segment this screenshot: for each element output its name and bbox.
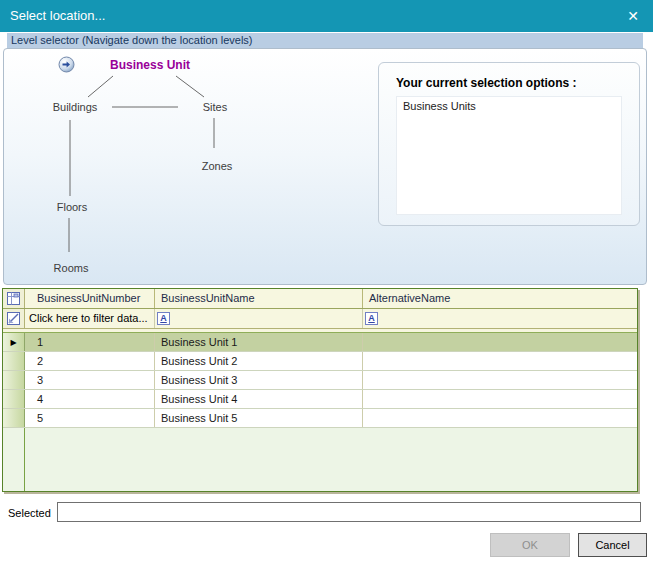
current-selection-title: Your current selection options :: [396, 76, 576, 90]
grid-row-2[interactable]: 2 Business Unit 2: [3, 352, 637, 371]
diagram-node-business-unit[interactable]: Business Unit: [103, 58, 197, 72]
cell-number: 3: [25, 371, 155, 389]
diagram-node-floors[interactable]: Floors: [47, 201, 97, 213]
filter-edit-icon: [7, 312, 20, 325]
selection-options-listbox[interactable]: Business Units: [396, 96, 622, 215]
cancel-button[interactable]: Cancel: [578, 533, 647, 557]
grid-row-5[interactable]: 5 Business Unit 5: [3, 409, 637, 428]
filter-cell-alternativename[interactable]: A: [363, 309, 637, 328]
column-header-businessunitname[interactable]: BusinessUnitName: [155, 289, 363, 308]
indicator-column-strip: [3, 428, 25, 491]
close-icon[interactable]: ✕: [624, 7, 642, 25]
grid-header-row: BusinessUnitNumber BusinessUnitName Alte…: [3, 289, 637, 309]
filter-prompt-cell[interactable]: Click here to filter data...: [25, 309, 155, 328]
cell-alternative: [363, 352, 637, 370]
cell-number: 4: [25, 390, 155, 408]
dialog-title: Select location...: [10, 8, 105, 23]
diagram-node-rooms[interactable]: Rooms: [46, 262, 96, 274]
cell-alternative: [363, 409, 637, 427]
selection-option-item[interactable]: Business Units: [397, 97, 621, 115]
cell-alternative: [363, 333, 637, 351]
dialog-titlebar: Select location... ✕: [0, 0, 653, 32]
cell-alternative: [363, 371, 637, 389]
cell-number: 2: [25, 352, 155, 370]
filter-row-indicator-cell[interactable]: [3, 309, 25, 328]
row-indicator-cell: ▶: [3, 333, 25, 351]
grid-filter-row: Click here to filter data... A A: [3, 309, 637, 329]
grid-empty-area: [3, 428, 637, 491]
diagram-node-sites[interactable]: Sites: [191, 101, 239, 113]
text-filter-type-icon[interactable]: A: [365, 312, 378, 325]
diagram-node-buildings[interactable]: Buildings: [44, 101, 106, 113]
cell-name: Business Unit 3: [155, 371, 363, 389]
row-indicator-cell: [3, 390, 25, 408]
grid-row-3[interactable]: 3 Business Unit 3: [3, 371, 637, 390]
selected-label: Selected: [8, 507, 51, 519]
navigate-up-circle-arrow-icon[interactable]: [58, 56, 75, 73]
cell-number: 1: [25, 333, 155, 351]
selected-input[interactable]: [57, 502, 641, 522]
cell-alternative: [363, 390, 637, 408]
row-indicator-cell: [3, 409, 25, 427]
row-indicator-cell: [3, 352, 25, 370]
grid-row-1[interactable]: ▶ 1 Business Unit 1: [3, 333, 637, 352]
current-selection-groupbox: Your current selection options : Busines…: [378, 62, 640, 226]
grid-row-4[interactable]: 4 Business Unit 4: [3, 390, 637, 409]
filter-cell-businessunitname[interactable]: A: [155, 309, 363, 328]
ok-button[interactable]: OK: [490, 533, 570, 557]
cell-number: 5: [25, 409, 155, 427]
text-filter-type-icon[interactable]: A: [157, 312, 170, 325]
cell-name: Business Unit 1: [155, 333, 363, 351]
column-header-businessunitnumber[interactable]: BusinessUnitNumber: [25, 289, 155, 308]
current-row-arrow-icon: ▶: [10, 338, 16, 347]
cell-name: Business Unit 5: [155, 409, 363, 427]
cell-name: Business Unit 2: [155, 352, 363, 370]
level-selector-header: Level selector (Navigate down the locati…: [7, 33, 643, 48]
grid-customize-icon: [7, 292, 20, 305]
diagram-node-zones[interactable]: Zones: [192, 160, 242, 172]
grid-corner-cell[interactable]: [3, 289, 25, 308]
row-indicator-cell: [3, 371, 25, 389]
column-header-alternativename[interactable]: AlternativeName: [363, 289, 637, 308]
cell-name: Business Unit 4: [155, 390, 363, 408]
business-unit-grid: BusinessUnitNumber BusinessUnitName Alte…: [2, 288, 638, 492]
